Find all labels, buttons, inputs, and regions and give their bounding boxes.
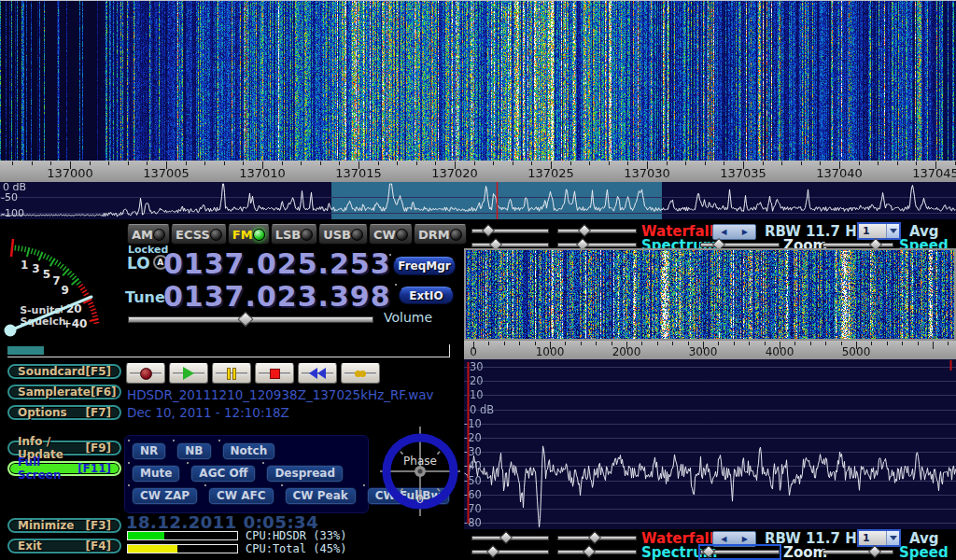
speed-slider[interactable] [822, 546, 893, 558]
main-spectrum-display[interactable] [0, 182, 956, 219]
dsp-button-cw-peak[interactable]: CW Peak [285, 487, 357, 505]
side-button-options[interactable]: Options[F7] [7, 405, 121, 420]
phase-dial[interactable]: Phase 0 [377, 422, 463, 517]
side-button-minimize[interactable]: Minimize[F3] [7, 518, 121, 533]
spectrum-contrast-slider-track[interactable] [557, 243, 637, 247]
mode-button-ecss[interactable]: ECSS [171, 224, 227, 245]
loop-button[interactable] [341, 363, 380, 384]
cpu-meters: CPU:HDSDR (33%)CPU:Total (45%) [127, 531, 482, 557]
spectrum-contrast-slider[interactable] [557, 546, 637, 558]
chevron-down-icon [890, 536, 897, 540]
mode-button-fm[interactable]: FM [228, 224, 270, 245]
side-button-full-screen[interactable]: Full Screen[F11] [7, 461, 121, 476]
waterfall-brightness-slider[interactable] [471, 532, 549, 544]
pause-icon [226, 368, 237, 380]
side-button-soundcard[interactable]: Soundcard[F5] [7, 364, 121, 379]
rbw-stepper[interactable]: ◀▶ [712, 531, 756, 547]
waterfall-contrast-slider[interactable] [557, 225, 637, 237]
mode-button-label: DRM [418, 228, 450, 242]
tune-frequency-display[interactable]: 0137.023.398 [163, 283, 391, 311]
zoom-slider-thumb[interactable] [702, 545, 715, 558]
waterfall-contrast-slider-track[interactable] [557, 229, 637, 233]
mode-led [351, 229, 363, 241]
main-frequency-scale[interactable] [0, 161, 956, 182]
phase-value: 0 [416, 492, 424, 506]
zoom-frequency-scale[interactable] [464, 341, 956, 359]
rewind-button[interactable] [298, 363, 337, 384]
record-button[interactable] [126, 363, 165, 384]
cpu-label: CPU:Total (45%) [246, 542, 346, 555]
mode-button-am[interactable]: AM [127, 224, 170, 245]
waterfall-brightness-slider-thumb[interactable] [499, 531, 513, 544]
mode-button-usb[interactable]: USB [318, 224, 368, 245]
mode-button-lsb[interactable]: LSB [271, 224, 318, 245]
waterfall-brightness-slider[interactable] [471, 225, 549, 237]
spectrum-brightness-slider-thumb[interactable] [486, 545, 499, 558]
mode-button-drm[interactable]: DRM [414, 224, 467, 245]
speed-slider-thumb[interactable] [868, 545, 881, 558]
right-controls-bottom: Waterfall◀▶RBW 11.7 Hz1AvgSpectrumZoomSp… [464, 529, 956, 559]
avg-select[interactable]: 1 [857, 529, 901, 547]
zoom-waterfall-display[interactable] [466, 250, 954, 339]
record-icon [140, 368, 152, 380]
side-button-fkey: [F9] [85, 441, 111, 455]
spectrum-brightness-slider-track[interactable] [471, 243, 549, 247]
squelch-level-bar[interactable] [7, 346, 44, 355]
side-button-info-update[interactable]: Info / Update[F9] [7, 441, 121, 455]
main-waterfall-display[interactable] [0, 1, 956, 161]
dsp-button-cw-zap[interactable]: CW ZAP [132, 487, 198, 505]
dsp-row: MuteAGC OffDespread [132, 465, 344, 483]
dsp-button-despread[interactable]: Despread [266, 465, 344, 483]
waterfall-contrast-slider-thumb[interactable] [578, 224, 591, 237]
rbw-decrease-button[interactable]: ◀ [721, 228, 726, 236]
svg-text:5: 5 [43, 268, 50, 281]
stop-button[interactable] [255, 363, 294, 384]
dsp-button-notch[interactable]: Notch [222, 442, 276, 460]
avg-select-arrow-button[interactable] [886, 224, 899, 238]
waterfall-brightness-slider-thumb[interactable] [482, 224, 495, 237]
pause-button[interactable] [212, 363, 251, 384]
side-button-fkey: [F6] [91, 385, 117, 399]
mode-button-cw[interactable]: CW [369, 224, 413, 245]
volume-label: Volume [384, 310, 432, 325]
dsp-button-nb[interactable]: NB [176, 442, 211, 460]
rbw-increase-button[interactable]: ▶ [742, 228, 748, 236]
speed-slider-track[interactable] [822, 550, 893, 554]
waterfall-contrast-slider-thumb[interactable] [588, 531, 601, 544]
spectrum-contrast-slider-thumb[interactable] [583, 545, 596, 558]
svg-text:+40: +40 [63, 317, 88, 330]
volume-slider[interactable] [128, 313, 373, 326]
side-button-label: Samplerate [18, 385, 91, 399]
rbw-decrease-button[interactable]: ◀ [721, 535, 726, 543]
zoom-spectrum-display[interactable] [464, 359, 956, 529]
zoom-slider[interactable] [700, 546, 780, 558]
hdsdr-window: 13579+20+40S-unitsSquelch Soundcard[F5]S… [0, 0, 956, 560]
smeter-peak-marker [11, 239, 13, 257]
volume-slider-thumb[interactable] [238, 312, 254, 328]
speed-slider-track[interactable] [822, 243, 893, 247]
spectrum-brightness-slider-track[interactable] [471, 550, 549, 554]
loop-icon [355, 371, 366, 377]
dsp-button-agc-off[interactable]: AGC Off [190, 465, 256, 483]
extio-button[interactable]: ExtIO [399, 287, 454, 304]
rbw-increase-button[interactable]: ▶ [742, 535, 748, 543]
dsp-button-nr[interactable]: NR [132, 442, 166, 460]
cpu-bar [127, 531, 238, 540]
mode-button-row: AMECSSFMLSBUSBCWDRM [127, 224, 460, 245]
spectrum-contrast-slider-track[interactable] [557, 550, 637, 554]
lo-frequency-display[interactable]: 0137.025.253 [163, 250, 391, 278]
side-button-fkey: [F3] [85, 519, 111, 532]
play-button[interactable] [169, 363, 208, 384]
waterfall-contrast-slider[interactable] [557, 532, 637, 544]
dsp-button-mute[interactable]: Mute [132, 465, 180, 483]
avg-select[interactable]: 1 [857, 222, 901, 240]
side-button-samplerate[interactable]: Samplerate[F6] [7, 385, 121, 399]
side-button-fkey: [F4] [85, 539, 111, 553]
side-button-exit[interactable]: Exit[F4] [7, 539, 121, 553]
dsp-button-panel: NRNBNotchMuteAGC OffDespreadCW ZAPCW AFC… [124, 435, 369, 513]
freqmgr-button[interactable]: FreqMgr [393, 257, 456, 275]
avg-select-arrow-button[interactable] [886, 531, 899, 545]
dsp-button-cw-afc[interactable]: CW AFC [208, 487, 274, 505]
spectrum-brightness-slider[interactable] [471, 546, 549, 558]
side-button-label: Exit [18, 539, 42, 553]
